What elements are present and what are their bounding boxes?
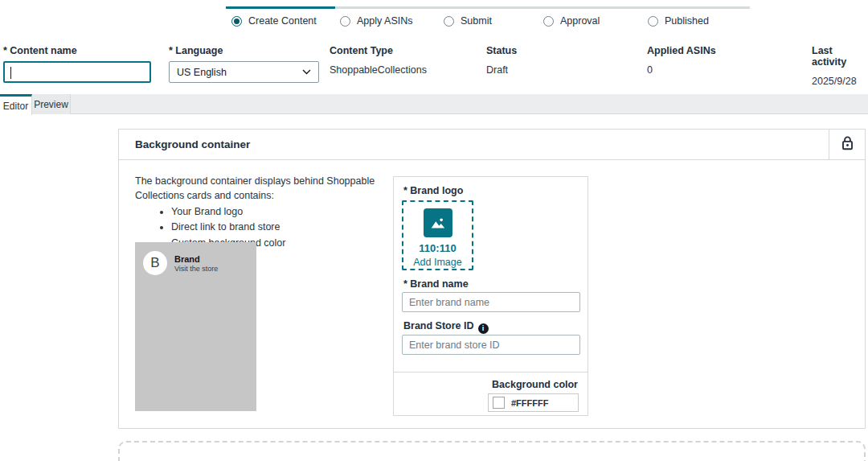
lock-button[interactable] xyxy=(829,130,865,160)
chevron-down-icon xyxy=(302,69,311,75)
radio-icon[interactable] xyxy=(444,16,454,27)
status-label: Status xyxy=(486,45,517,56)
language-field-group: * Language US English xyxy=(169,45,330,63)
step-label: Apply ASINs xyxy=(357,15,412,27)
status-value: Draft xyxy=(486,64,517,76)
brand-store-id-label: Brand Store IDi xyxy=(403,320,489,334)
empty-dropzone-section[interactable] xyxy=(118,441,866,461)
stepper-progress-fill xyxy=(226,6,335,9)
color-swatch[interactable] xyxy=(493,397,505,409)
background-container-panel: Background container The background cont… xyxy=(118,129,866,429)
step-create-content[interactable]: Create Content xyxy=(231,15,317,27)
last-activity-value: 2025/9/28 xyxy=(812,76,868,87)
step-submit[interactable]: Submit xyxy=(444,15,492,27)
color-value: #FFFFFF xyxy=(511,398,548,408)
step-label: Submit xyxy=(461,15,492,27)
brand-logo-label: * Brand logo xyxy=(403,185,463,196)
brand-name-label: * Brand name xyxy=(403,278,469,290)
radio-icon[interactable] xyxy=(543,16,554,27)
status-group: Status Draft xyxy=(486,45,517,76)
background-color-input[interactable]: #FFFFFF xyxy=(488,393,579,412)
brand-chip: B Brand Visit the store xyxy=(135,242,256,284)
step-label: Approval xyxy=(560,15,600,27)
bullet-item: Your Brand logo xyxy=(171,204,383,219)
brand-name-input[interactable] xyxy=(402,292,580,312)
step-approval[interactable]: Approval xyxy=(543,15,600,27)
last-activity-group: Last activity 2025/9/28 xyxy=(812,45,868,87)
step-apply-asins[interactable]: Apply ASINs xyxy=(340,15,412,27)
brand-chip-text: Brand Visit the store xyxy=(174,254,218,273)
add-image-link[interactable]: Add Image xyxy=(413,257,461,268)
stepper-progress-bar xyxy=(226,6,750,9)
brand-logo-placeholder: B xyxy=(143,251,167,275)
brand-store-id-input[interactable] xyxy=(402,335,580,355)
tab-strip: Editor Preview xyxy=(0,94,868,114)
description-text: The background container displays behind… xyxy=(135,175,375,201)
content-type-label: Content Type xyxy=(330,45,427,56)
tab-editor-label: Editor xyxy=(3,101,28,112)
step-label: Published xyxy=(665,15,709,27)
radio-icon[interactable] xyxy=(340,16,350,27)
aspect-ratio-text: 110:110 xyxy=(419,242,456,254)
applied-asins-value: 0 xyxy=(647,64,716,76)
panel-title: Background container xyxy=(119,138,250,150)
brand-fields-box: * Brand logo 110:110 Add Image * Brand n… xyxy=(393,176,588,373)
brand-initial: B xyxy=(150,255,159,271)
radio-selected-icon[interactable] xyxy=(231,16,242,27)
applied-asins-group: Applied ASINs 0 xyxy=(647,45,716,76)
step-label: Create Content xyxy=(248,15,317,27)
content-name-label: * Content name xyxy=(3,45,164,56)
text-caret xyxy=(10,67,11,79)
content-type-group: Content Type ShoppableCollections xyxy=(330,45,427,76)
background-color-label: Background color xyxy=(492,379,578,390)
language-select[interactable]: US English xyxy=(169,61,319,83)
info-icon[interactable]: i xyxy=(478,323,489,334)
tab-editor[interactable]: Editor xyxy=(0,94,32,115)
add-image-dropzone[interactable]: 110:110 Add Image xyxy=(402,200,473,270)
applied-asins-label: Applied ASINs xyxy=(647,45,716,56)
panel-description: The background container displays behind… xyxy=(135,174,383,251)
step-published[interactable]: Published xyxy=(648,15,709,27)
background-color-box: Background color #FFFFFF xyxy=(393,372,588,416)
radio-icon[interactable] xyxy=(648,16,658,27)
content-type-value: ShoppableCollections xyxy=(330,64,427,76)
tab-preview[interactable]: Preview xyxy=(32,94,71,114)
content-name-field-group: * Content name xyxy=(3,45,164,63)
content-name-input[interactable] xyxy=(3,61,151,83)
bullet-item: Direct link to brand store xyxy=(171,220,383,234)
brand-name-text: Brand xyxy=(174,254,218,264)
language-label: * Language xyxy=(169,45,330,56)
language-selected-value: US English xyxy=(177,67,227,78)
tab-preview-label: Preview xyxy=(34,99,68,110)
visit-store-link: Visit the store xyxy=(174,265,218,273)
image-placeholder-icon xyxy=(424,208,452,237)
background-preview-card: B Brand Visit the store xyxy=(135,242,256,411)
lock-icon xyxy=(841,135,854,154)
last-activity-label: Last activity xyxy=(812,45,868,68)
panel-header: Background container xyxy=(119,130,865,160)
